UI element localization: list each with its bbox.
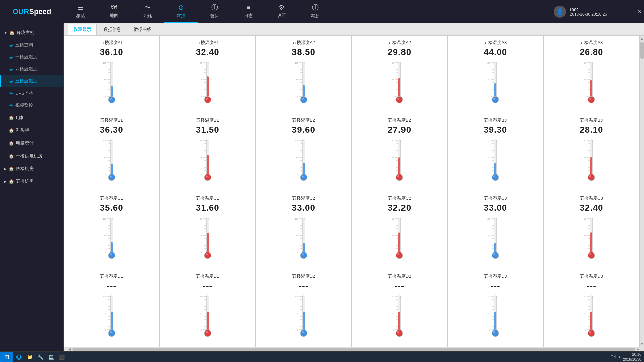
sidebar-item-ups[interactable]: ◎ UPS监控: [0, 87, 63, 99]
sidebar-item-ac5f[interactable]: ◎ 五楼空调: [0, 39, 63, 51]
svg-text:0: 0: [201, 329, 202, 331]
svg-text:0: 0: [585, 329, 586, 331]
bottom-scrollbar[interactable]: ◀ ▶: [64, 347, 644, 351]
nav-alert-label: 警告: [210, 13, 219, 19]
gauge-label-a2-temp: 五楼温度A2: [388, 40, 411, 46]
taskbar-tool-icon[interactable]: 🔧: [35, 352, 46, 362]
svg-text:50: 50: [296, 157, 298, 159]
scroll-left-arrow[interactable]: ◀: [68, 347, 71, 351]
svg-text:0: 0: [201, 251, 202, 253]
taskbar-start-button[interactable]: ⊞: [0, 352, 13, 362]
gauge-label-c3-hum: 五楼湿度C3: [484, 195, 507, 201]
svg-point-34: [204, 96, 211, 103]
svg-text:0: 0: [201, 173, 202, 175]
thermometer-b2-hum: 100500: [295, 137, 312, 182]
ac5f-label: 五楼空调: [15, 42, 33, 48]
user-datetime: 2018-10-30 20:10:26: [570, 12, 607, 17]
svg-text:0: 0: [489, 329, 490, 331]
room4f-home-icon: 🏠: [9, 166, 14, 171]
svg-point-125: [110, 175, 112, 177]
right-scrollbar[interactable]: ▲ ▼: [639, 36, 644, 347]
svg-point-53: [302, 98, 304, 100]
taskbar-time-value: 20:10: [632, 352, 641, 357]
gauge-value-c2-hum: 33.00: [292, 203, 315, 213]
nav-log[interactable]: ≡ 日志: [231, 0, 265, 23]
taskbar-app-icon[interactable]: 💻: [46, 352, 56, 362]
help-icon: ⓘ: [312, 3, 319, 12]
tab-gauge[interactable]: 仪表显示: [68, 24, 97, 35]
scroll-thumb[interactable]: [640, 42, 644, 59]
sidebar-item-video[interactable]: ◎ 视频监控: [0, 99, 63, 111]
gauge-value-c3-hum: 33.00: [484, 203, 507, 213]
sidebar-group-room5f[interactable]: ▶ 🏠 五楼机房: [0, 175, 63, 188]
taskbar-right: CN ▲ 20:10 2018/10/30: [610, 352, 644, 362]
env-host-label: 环境主机: [17, 29, 34, 36]
gauge-value-c2-temp: 32.20: [388, 203, 411, 213]
nav-alert[interactable]: ⓘ 警告: [198, 0, 231, 23]
gauge-cell-a1-temp: 五楼温度A1 32.40 50250: [160, 36, 255, 113]
scroll-up-arrow[interactable]: ▲: [639, 36, 644, 41]
sidebar-group-env-host[interactable]: ▼ 🏠 环境主机: [0, 26, 63, 39]
svg-text:0: 0: [105, 96, 106, 98]
svg-text:100: 100: [103, 296, 107, 298]
temp4f-icon: ◎: [9, 67, 13, 71]
svg-text:0: 0: [393, 96, 394, 98]
svg-text:25: 25: [584, 235, 586, 237]
sidebar-item-temp5f[interactable]: ◎ 五楼温湿度: [0, 75, 63, 87]
energy-icon: 〜: [144, 3, 151, 12]
gauge-label-c1-hum: 五楼湿度C1: [100, 195, 123, 201]
gauge-cell-b3-temp: 五楼温度B3 28.10 50250: [544, 113, 639, 191]
scroll-down-arrow[interactable]: ▼: [639, 341, 644, 347]
nav-map[interactable]: 🗺 地图: [97, 0, 131, 23]
svg-point-233: [110, 253, 112, 255]
svg-point-412: [492, 330, 499, 337]
overview-icon: ☰: [77, 3, 84, 11]
taskbar-folder-icon[interactable]: 📁: [24, 352, 35, 362]
svg-text:25: 25: [200, 157, 202, 159]
sidebar-group-power-stat[interactable]: ▶ 🏠 电量统计: [0, 137, 63, 149]
nav-data[interactable]: ⊙ 数据: [164, 0, 198, 23]
svg-point-430: [588, 330, 595, 337]
thermometer-a3-temp: 50250: [583, 59, 600, 105]
close-button[interactable]: ✕: [634, 7, 644, 16]
nav-overview[interactable]: ☰ 总览: [64, 0, 97, 23]
sidebar-item-temp1f[interactable]: ◎ 一楼温湿度: [0, 51, 63, 63]
taskbar-ie-icon[interactable]: 🌐: [13, 352, 24, 362]
scroll-right-arrow[interactable]: ▶: [637, 347, 639, 351]
gauge-label-b3-hum: 五楼湿度B3: [484, 117, 507, 123]
gauge-cell-a2-hum: 五楼湿度A2 38.50 100500: [256, 36, 351, 113]
horizontal-scroll-thumb[interactable]: [72, 348, 635, 351]
gauge-cell-a2-temp: 五楼温度A2 29.80 50250: [352, 36, 447, 113]
svg-point-17: [110, 98, 112, 100]
nav-energy[interactable]: 〜 能耗: [131, 0, 164, 23]
main-content: 仪表显示 数据信息 数据曲线 五楼湿度A1 36.10 100500: [64, 23, 644, 351]
nav-help[interactable]: ⓘ 帮助: [299, 0, 332, 23]
env-host-home-icon: 🏠: [9, 30, 15, 35]
logo[interactable]: OURSpeed: [0, 0, 64, 23]
thermometer-d3-temp: 50250: [583, 293, 600, 338]
nav-settings[interactable]: ⚙ 设置: [265, 0, 299, 23]
gauge-value-d2-hum: ---: [299, 281, 308, 291]
thermometer-b1-temp: 50250: [199, 137, 216, 182]
gauge-cell-a3-hum: 五楼湿度A3 44.00 100500: [448, 36, 543, 113]
ac5f-icon: ◎: [9, 43, 13, 47]
svg-text:100: 100: [295, 218, 299, 220]
sidebar-item-temp4f[interactable]: ◎ 四楼温湿度: [0, 63, 63, 75]
gauge-label-d1-hum: 五楼湿度D1: [100, 273, 123, 279]
svg-point-197: [493, 175, 495, 177]
nav-map-label: 地图: [110, 13, 118, 19]
svg-text:0: 0: [297, 329, 299, 331]
sidebar-group-room4f[interactable]: ▶ 🏠 四楼机房: [0, 162, 63, 175]
taskbar-terminal-icon[interactable]: ⬛: [56, 352, 67, 362]
minimize-button[interactable]: —: [621, 7, 632, 16]
sidebar-group-elec-cabinet[interactable]: ▶ 🏠 电柜: [0, 111, 63, 124]
tab-datainfo[interactable]: 数据信息: [98, 24, 127, 35]
thermometer-d2-hum: 100500: [295, 293, 312, 338]
tab-datacurve[interactable]: 数据曲线: [128, 24, 157, 35]
svg-point-395: [397, 331, 399, 333]
svg-text:50: 50: [488, 157, 490, 159]
sidebar-group-power1f[interactable]: ▶ 🏠 一楼供电机房: [0, 149, 63, 162]
gauge-cell-b2-temp: 五楼温度B2 27.90 50250: [352, 113, 447, 191]
gauge-label-a1-temp: 五楼温度A1: [196, 40, 219, 46]
sidebar-group-row-cabinet[interactable]: ▶ 🏠 列头柜: [0, 124, 63, 137]
